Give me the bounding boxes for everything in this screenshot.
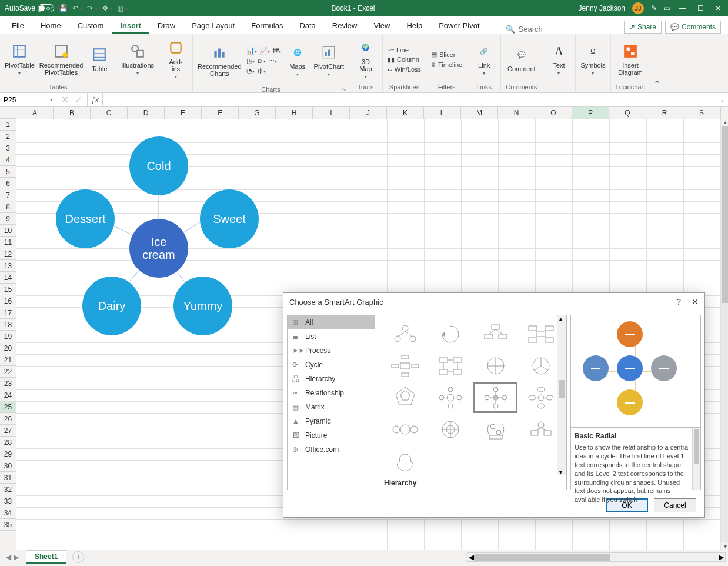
row-header-8[interactable]: 8 xyxy=(0,201,16,213)
col-header-J[interactable]: J xyxy=(350,107,387,119)
category-hierarchy[interactable]: 品Hierarchy xyxy=(288,372,375,386)
row-header-11[interactable]: 11 xyxy=(0,237,16,248)
tab-draw[interactable]: Draw xyxy=(149,18,183,34)
tab-file[interactable]: File xyxy=(4,18,32,34)
chart-gallery[interactable]: 📊▾📈▾🗺▾ ◳▾⫐▾⋯▾ ◔▾⫛▾ xyxy=(246,47,281,75)
sparkline-line-button[interactable]: 〰Line xyxy=(388,46,421,54)
user-name[interactable]: Jenny Jackson xyxy=(579,4,625,12)
bar-chart-icon[interactable]: 📊▾ xyxy=(246,47,257,55)
pie-chart-icon[interactable]: ◔▾ xyxy=(246,67,255,75)
comment-button[interactable]: 💬Comment xyxy=(507,46,536,72)
gallery-scrollbar[interactable]: ▴ ▾ xyxy=(557,315,566,475)
undo-icon[interactable]: ↶ ▾ xyxy=(72,4,82,12)
layout-thumb-6[interactable] xyxy=(475,352,516,380)
select-all-corner[interactable] xyxy=(0,107,16,119)
sparkline-column-button[interactable]: ▮▮Column xyxy=(388,56,421,64)
tab-data[interactable]: Data xyxy=(291,18,323,34)
tab-home[interactable]: Home xyxy=(32,18,69,34)
enter-edit-icon[interactable]: ✓ xyxy=(75,94,82,105)
layout-thumb-8[interactable] xyxy=(384,384,426,412)
col-header-G[interactable]: G xyxy=(239,107,276,119)
row-header-14[interactable]: 14 xyxy=(0,272,16,284)
recommended-charts-button[interactable]: Recommended Charts xyxy=(198,44,242,77)
cancel-edit-icon[interactable]: ✕ xyxy=(61,94,69,105)
name-box[interactable]: P25▾ xyxy=(0,93,56,106)
layout-thumb-5[interactable] xyxy=(429,352,471,380)
node-cold[interactable]: Cold xyxy=(129,136,188,195)
row-header-29[interactable]: 29 xyxy=(0,448,16,460)
3d-map-button[interactable]: 🌍3D Map▾ xyxy=(354,39,378,80)
layout-thumb-2[interactable] xyxy=(475,320,516,348)
row-header-4[interactable]: 4 xyxy=(0,154,16,166)
pie-gallery-icon[interactable]: 🗺▾ xyxy=(272,47,281,54)
tab-custom[interactable]: Custom xyxy=(69,18,112,34)
layout-thumb-7[interactable] xyxy=(520,352,562,380)
pivottable-button[interactable]: PivotTable▾ xyxy=(5,43,35,76)
combo-chart-icon[interactable]: ⫛▾ xyxy=(257,67,266,74)
collapse-ribbon-icon[interactable]: ⌃ xyxy=(650,34,663,92)
node-yummy[interactable]: Yummy xyxy=(173,277,232,335)
ribbon-mode-icon[interactable]: ▭ xyxy=(664,4,670,12)
category-relationship[interactable]: ⚭Relationship xyxy=(288,386,375,400)
col-header-I[interactable]: I xyxy=(313,107,350,119)
col-header-K[interactable]: K xyxy=(387,107,424,119)
row-header-27[interactable]: 27 xyxy=(0,425,16,437)
symbols-button[interactable]: ΩSymbols▾ xyxy=(580,43,605,76)
row-header-26[interactable]: 26 xyxy=(0,413,16,425)
timeline-button[interactable]: ⧖Timeline xyxy=(431,61,462,68)
minimize-button[interactable]: — xyxy=(677,4,688,12)
tab-power-pivot[interactable]: Power Pivot xyxy=(430,18,487,34)
prev-sheet-icon[interactable]: ◀ xyxy=(6,553,11,561)
row-header-2[interactable]: 2 xyxy=(0,131,16,142)
sparkline-winloss-button[interactable]: ▪▫Win/Loss xyxy=(388,66,421,73)
row-header-22[interactable]: 22 xyxy=(0,366,16,378)
redo-icon[interactable]: ↷ ▾ xyxy=(87,4,97,12)
row-header-21[interactable]: 21 xyxy=(0,354,16,366)
category-list-item[interactable]: ≣List xyxy=(288,329,375,344)
col-header-R[interactable]: R xyxy=(646,107,683,119)
sheet-tab-sheet1[interactable]: Sheet1 xyxy=(26,550,66,564)
autosave-toggle[interactable]: AutoSave Off xyxy=(5,4,54,12)
col-header-H[interactable]: H xyxy=(276,107,313,119)
row-header-3[interactable]: 3 xyxy=(0,142,16,154)
row-header-25[interactable]: 25 xyxy=(0,401,16,413)
stat-chart-icon[interactable]: ⫐▾ xyxy=(257,57,266,64)
layout-thumb-10[interactable] xyxy=(475,384,516,412)
node-dessert[interactable]: Dessert xyxy=(56,189,115,248)
row-header-23[interactable]: 23 xyxy=(0,378,16,389)
new-sheet-button[interactable]: + xyxy=(72,551,84,563)
slicer-button[interactable]: ▤Slicer xyxy=(431,51,462,58)
dialog-close-button[interactable]: ✕ xyxy=(692,297,699,307)
col-header-Q[interactable]: Q xyxy=(609,107,646,119)
node-center[interactable]: Ice cream xyxy=(129,219,188,278)
row-header-20[interactable]: 20 xyxy=(0,342,16,354)
col-header-D[interactable]: D xyxy=(128,107,165,119)
tab-formulas[interactable]: Formulas xyxy=(243,18,291,34)
link-button[interactable]: 🔗Link▾ xyxy=(472,43,496,76)
layout-thumb-13[interactable] xyxy=(429,415,471,444)
recommended-pivottables-button[interactable]: Recommended PivotTables xyxy=(39,43,84,76)
col-header-N[interactable]: N xyxy=(498,107,535,119)
category-process[interactable]: ➤➤Process xyxy=(288,344,375,358)
row-header-28[interactable]: 28 xyxy=(0,437,16,448)
pivotchart-button[interactable]: PivotChart▾ xyxy=(314,44,344,78)
maps-button[interactable]: 🌐Maps▾ xyxy=(286,44,309,78)
vertical-scrollbar[interactable]: ▴ ▾ xyxy=(720,107,728,550)
row-header-15[interactable]: 15 xyxy=(0,284,16,295)
comments-pane-button[interactable]: 💬Comments xyxy=(665,21,721,34)
chevron-down-icon[interactable]: ▾ xyxy=(50,97,52,102)
layout-thumb-15[interactable] xyxy=(520,415,562,444)
tab-insert[interactable]: Insert xyxy=(112,18,149,34)
horizontal-scrollbar[interactable]: ◀ ▶ xyxy=(467,552,726,562)
close-button[interactable]: ✕ xyxy=(713,4,723,12)
illustrations-button[interactable]: Illustrations▾ xyxy=(121,43,154,76)
row-header-16[interactable]: 16 xyxy=(0,295,16,307)
smartart-diagram[interactable]: Cold Sweet Yummy Dairy Dessert Ice cream xyxy=(47,125,271,337)
line-chart-icon[interactable]: 📈▾ xyxy=(259,47,270,55)
layout-thumb-11[interactable] xyxy=(520,384,562,412)
row-header-17[interactable]: 17 xyxy=(0,307,16,319)
hierarchy-chart-icon[interactable]: ◳▾ xyxy=(246,57,255,65)
row-header-34[interactable]: 34 xyxy=(0,507,16,519)
category-office[interactable]: ⊕Office.com xyxy=(288,442,375,457)
formula-input[interactable] xyxy=(103,93,716,106)
